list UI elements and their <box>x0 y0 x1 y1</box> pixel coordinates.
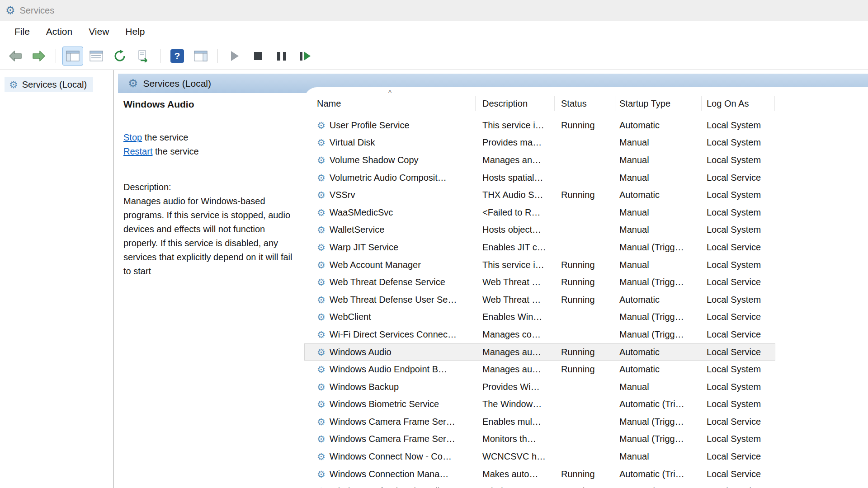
properties-button[interactable] <box>86 47 106 65</box>
cell-status: Running <box>555 347 615 357</box>
cell-startup-type: Manual (Trigg… <box>615 242 702 253</box>
cell-name: ⚙ Volume Shadow Copy <box>304 155 476 165</box>
table-row[interactable]: ⚙ Warp JIT Service Enables JIT c… Manual… <box>304 239 775 256</box>
cell-description: Provides ma… <box>476 137 555 148</box>
stop-service-button[interactable] <box>248 47 268 65</box>
help-button[interactable]: ? <box>167 47 187 65</box>
menu-file[interactable]: File <box>6 23 38 40</box>
table-row[interactable]: ⚙ WebClient Enables Win… Manual (Trigg… … <box>304 309 775 326</box>
table-row[interactable]: ⚙ Web Account Manager This service i… Ru… <box>304 256 775 274</box>
table-row[interactable]: ⚙ Windows Audio Manages au… Running Auto… <box>304 343 775 361</box>
cell-startup-type: Automatic (Tri… <box>615 469 702 479</box>
cell-log-on-as: Local System <box>702 225 775 235</box>
table-row[interactable]: ⚙ VSSrv THX Audio S… Running Automatic L… <box>304 186 775 204</box>
list-header-row: Name Description Status Startup Type Log… <box>304 96 775 111</box>
table-row[interactable]: ⚙ Windows Backup Provides Wi… Manual Loc… <box>304 378 775 396</box>
table-row[interactable]: ⚙ Windows Camera Frame Ser… Enables mul…… <box>304 413 775 431</box>
column-header-log-on-as[interactable]: Log On As <box>702 96 775 111</box>
cell-description: This service i… <box>476 120 555 131</box>
service-gear-icon: ⚙ <box>317 121 326 130</box>
cell-startup-type: Automatic <box>615 486 702 488</box>
cell-log-on-as: Local Service <box>702 173 775 183</box>
export-list-button[interactable] <box>133 47 153 65</box>
cell-description: Makes auto… <box>476 469 555 479</box>
service-name: Windows Camera Frame Ser… <box>330 417 455 427</box>
cell-startup-type: Automatic <box>615 347 702 357</box>
cell-log-on-as: Local System <box>702 207 775 218</box>
table-row[interactable]: ⚙ User Profile Service This service i… R… <box>304 117 775 134</box>
toolbar: ? <box>0 42 868 70</box>
column-header-name[interactable]: Name <box>304 96 476 111</box>
service-name: Volumetric Audio Composit… <box>330 173 447 183</box>
services-window: ⚙ Services File Action View Help ? <box>0 0 868 488</box>
cell-log-on-as: Local System <box>702 120 775 131</box>
cell-startup-type: Automatic (Tri… <box>615 399 702 409</box>
service-gear-icon: ⚙ <box>317 243 326 252</box>
band-title: Services (Local) <box>143 78 211 89</box>
table-row[interactable]: ⚙ Windows Connect Now - Co… WCNCSVC h… M… <box>304 448 775 465</box>
column-header-startup-type[interactable]: Startup Type <box>615 96 702 111</box>
table-row[interactable]: ⚙ Wi-Fi Direct Services Connec… Manages … <box>304 326 775 343</box>
cell-status: Running <box>555 486 615 488</box>
service-name: WebClient <box>330 312 371 322</box>
table-row[interactable]: ⚙ Windows Defender Firewall Windows D… R… <box>304 483 775 488</box>
service-gear-icon: ⚙ <box>317 138 326 147</box>
menu-help[interactable]: Help <box>117 23 153 40</box>
restart-service-link[interactable]: Restart <box>123 146 152 156</box>
action-pane-icon <box>194 51 208 61</box>
service-name: Windows Connect Now - Co… <box>330 451 452 462</box>
services-gear-icon: ⚙ <box>9 80 18 90</box>
refresh-button[interactable] <box>110 47 130 65</box>
title-bar: ⚙ Services <box>0 0 868 21</box>
cell-name: ⚙ Windows Camera Frame Ser… <box>304 434 476 444</box>
cell-startup-type: Manual (Trigg… <box>615 434 702 444</box>
stop-service-link[interactable]: Stop <box>123 132 142 142</box>
cell-log-on-as: Local Service <box>702 277 775 287</box>
table-row[interactable]: ⚙ WaaSMedicSvc <Failed to R… Manual Loca… <box>304 204 775 221</box>
cell-log-on-as: Local System <box>702 295 775 305</box>
cell-name: ⚙ User Profile Service <box>304 120 476 131</box>
table-row[interactable]: ⚙ WalletService Hosts object… Manual Loc… <box>304 221 775 239</box>
show-console-tree-button[interactable] <box>63 47 83 65</box>
services-gear-icon: ⚙ <box>128 78 138 89</box>
cell-description: THX Audio S… <box>476 190 555 200</box>
forward-icon <box>32 50 46 62</box>
service-gear-icon: ⚙ <box>317 417 326 427</box>
table-row[interactable]: ⚙ Volume Shadow Copy Manages an… Manual … <box>304 151 775 169</box>
table-row[interactable]: ⚙ Windows Connection Mana… Makes auto… R… <box>304 465 775 483</box>
start-service-button[interactable] <box>225 47 245 65</box>
show-action-pane-button[interactable] <box>191 47 211 65</box>
service-name: WalletService <box>330 225 385 235</box>
cell-name: ⚙ Windows Audio <box>304 347 476 357</box>
table-row[interactable]: ⚙ Volumetric Audio Composit… Hosts spati… <box>304 169 775 187</box>
main-panel: ⚙ Services (Local) Windows Audio Stop th… <box>118 70 868 488</box>
table-row[interactable]: ⚙ Web Threat Defense Service Web Threat … <box>304 273 775 291</box>
cell-startup-type: Automatic <box>615 120 702 131</box>
cell-log-on-as: Local System <box>702 382 775 392</box>
table-row[interactable]: ⚙ Windows Biometric Service The Window… … <box>304 396 775 413</box>
cell-startup-type: Manual <box>615 173 702 183</box>
back-button[interactable] <box>5 47 25 65</box>
service-gear-icon: ⚙ <box>317 330 326 339</box>
menu-view[interactable]: View <box>80 23 117 40</box>
menu-action[interactable]: Action <box>38 23 80 40</box>
service-gear-icon: ⚙ <box>317 452 326 461</box>
service-name: Windows Defender Firewall <box>330 486 439 488</box>
cell-startup-type: Automatic <box>615 364 702 375</box>
tree-item-services-local[interactable]: ⚙ Services (Local) <box>5 77 93 92</box>
table-row[interactable]: ⚙ Windows Camera Frame Ser… Monitors th…… <box>304 431 775 448</box>
service-gear-icon: ⚙ <box>317 347 326 357</box>
forward-button[interactable] <box>29 47 49 65</box>
panel-splitter[interactable] <box>114 70 118 488</box>
cell-description: Enables Win… <box>476 312 555 322</box>
table-row[interactable]: ⚙ Windows Audio Endpoint B… Manages au… … <box>304 361 775 378</box>
restart-service-icon <box>300 52 311 61</box>
table-row[interactable]: ⚙ Web Threat Defense User Se… Web Threat… <box>304 291 775 309</box>
pause-service-button[interactable] <box>272 47 292 65</box>
column-header-description[interactable]: Description <box>476 96 555 111</box>
column-header-status[interactable]: Status <box>555 96 615 111</box>
restart-service-button[interactable] <box>295 47 315 65</box>
sort-ascending-icon: ^ <box>388 89 392 96</box>
cell-description: The Window… <box>476 399 555 409</box>
table-row[interactable]: ⚙ Virtual Disk Provides ma… Manual Local… <box>304 134 775 152</box>
